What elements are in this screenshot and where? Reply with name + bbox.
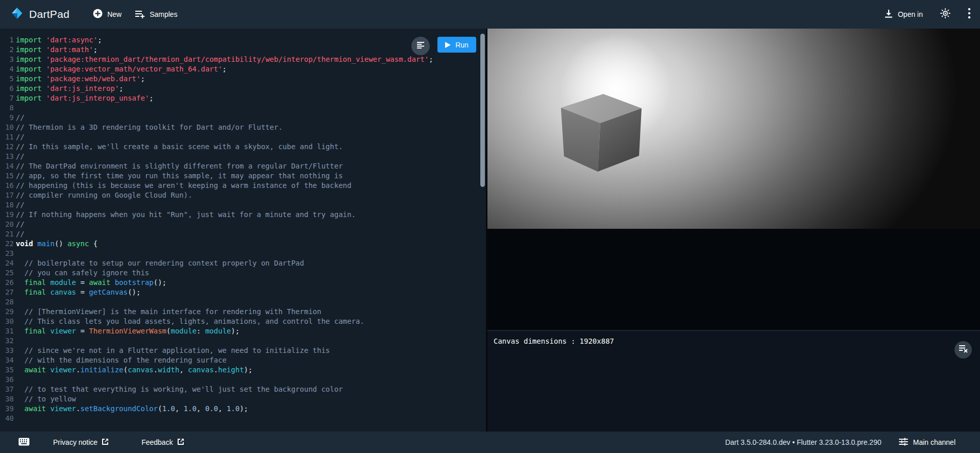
code-line[interactable]: 10// Thermion is a 3D rendering toolkit … <box>0 123 486 132</box>
code-line[interactable]: 40 <box>0 414 486 423</box>
render-canvas[interactable] <box>487 29 980 229</box>
line-number: 13 <box>0 152 14 161</box>
feedback-link[interactable]: Feedback <box>141 438 184 447</box>
code-line[interactable]: 7import 'dart:js_interop_unsafe'; <box>0 93 486 103</box>
overflow-menu-button[interactable] <box>968 8 971 21</box>
code-line[interactable]: 28 <box>0 297 486 307</box>
line-number: 31 <box>0 326 14 336</box>
line-number: 16 <box>0 181 14 190</box>
console-output: Canvas dimensions : 980x453 <box>494 337 614 345</box>
output-panel: Canvas dimensions : 980x453 <box>487 29 980 432</box>
code-line[interactable]: 8 <box>0 103 486 113</box>
line-number: 1 <box>0 35 14 45</box>
code-line[interactable]: 19// If nothing happens when you hit "Ru… <box>0 210 486 220</box>
line-number: 33 <box>0 346 14 355</box>
privacy-notice-label: Privacy notice <box>53 438 97 446</box>
line-number: 38 <box>0 394 14 404</box>
code-line[interactable]: 11// <box>0 132 486 142</box>
privacy-notice-link[interactable]: Privacy notice <box>53 438 109 447</box>
code-line[interactable]: 23 <box>0 249 486 258</box>
line-number: 3 <box>0 55 14 64</box>
code-line[interactable]: 25 // you can safely ignore this <box>0 268 486 278</box>
run-button[interactable]: Run <box>437 37 476 53</box>
code-line[interactable]: 4import 'package:vector_math/vector_math… <box>0 64 486 74</box>
theme-toggle-button[interactable] <box>940 8 950 20</box>
code-line[interactable]: 15// app, so the first time you run this… <box>0 171 486 181</box>
brightness-icon <box>940 8 950 20</box>
format-button[interactable] <box>411 37 430 55</box>
line-number: 20 <box>0 220 14 229</box>
keyboard-shortcuts-button[interactable] <box>18 438 30 447</box>
code-line[interactable]: 31 final viewer = ThermionViewerWasm(mod… <box>0 326 486 336</box>
play-icon <box>445 42 451 48</box>
code-line[interactable]: 14// The DartPad environment is slightly… <box>0 161 486 171</box>
open-in-button[interactable]: Open in <box>884 9 923 20</box>
code-line[interactable]: 34 // with the dimensions of the renderi… <box>0 355 486 365</box>
line-number: 5 <box>0 74 14 84</box>
run-button-label: Run <box>455 41 469 49</box>
feedback-label: Feedback <box>141 438 173 446</box>
code-lines: 1import 'dart:async';2import 'dart:math'… <box>0 35 486 423</box>
code-line[interactable]: 6import 'dart:js_interop'; <box>0 84 486 93</box>
editor-scrollbar-thumb[interactable] <box>480 34 485 187</box>
code-line[interactable]: 13// <box>0 152 486 161</box>
code-line[interactable]: 27 final canvas = getCanvas(); <box>0 288 486 297</box>
console-panel: Canvas dimensions : 980x453 <box>487 330 980 432</box>
code-editor[interactable]: 1import 'dart:async';2import 'dart:math'… <box>0 29 486 432</box>
code-line[interactable]: 5import 'package:web/web.dart'; <box>0 74 486 84</box>
line-number: 11 <box>0 132 14 142</box>
line-number: 4 <box>0 64 14 74</box>
line-number: 6 <box>0 84 14 93</box>
tune-icon <box>899 438 908 447</box>
download-icon <box>884 9 893 20</box>
code-line[interactable]: 9// <box>0 113 486 123</box>
line-number: 25 <box>0 268 14 278</box>
line-number: 21 <box>0 229 14 239</box>
code-line[interactable]: 17// compiler running on Google Cloud Ru… <box>0 190 486 200</box>
code-line[interactable]: 38 // to yellow <box>0 394 486 404</box>
line-number: 24 <box>0 258 14 268</box>
code-line[interactable]: 29 // [ThermionViewer] is the main inter… <box>0 307 486 317</box>
code-line[interactable]: 22void main() async { <box>0 239 486 249</box>
line-number: 40 <box>0 414 14 423</box>
code-line[interactable]: 16// happening (this is because we aren'… <box>0 181 486 190</box>
status-bar: Privacy notice Feedback Dart 3.5.0-284.0… <box>0 432 980 453</box>
external-link-icon <box>102 438 109 447</box>
line-number: 27 <box>0 288 14 297</box>
code-line[interactable]: 33 // since we're not in a Flutter appli… <box>0 346 486 355</box>
line-number: 39 <box>0 404 14 414</box>
line-number: 10 <box>0 123 14 132</box>
line-number: 19 <box>0 210 14 220</box>
external-link-icon <box>177 438 184 447</box>
playlist-add-icon <box>135 9 145 20</box>
line-number: 12 <box>0 142 14 152</box>
code-line[interactable]: 21// <box>0 229 486 239</box>
clear-console-button[interactable] <box>954 341 972 359</box>
code-line[interactable]: 18// <box>0 200 486 210</box>
line-number: 17 <box>0 190 14 200</box>
channel-label: Main channel <box>913 438 955 446</box>
line-number: 8 <box>0 103 14 113</box>
channel-selector[interactable]: Main channel <box>899 438 955 447</box>
line-number: 7 <box>0 93 14 103</box>
code-line[interactable]: 26 final module = await bootstrap(); <box>0 278 486 288</box>
format-align-icon <box>416 41 425 51</box>
line-number: 18 <box>0 200 14 210</box>
app-header: DartPad New Samples <box>0 0 980 29</box>
code-line[interactable]: 30 // This class lets you load assets, l… <box>0 317 486 326</box>
code-line[interactable]: 20// <box>0 220 486 229</box>
code-line[interactable]: 37 // to test that everything is working… <box>0 385 486 394</box>
main-area: 1import 'dart:async';2import 'dart:math'… <box>0 29 980 432</box>
code-line[interactable]: 32 <box>0 336 486 346</box>
line-number: 14 <box>0 161 14 171</box>
code-line[interactable]: 24 // boilerplate to setup our rendering… <box>0 258 486 268</box>
code-line[interactable]: 3import 'package:thermion_dart/thermion_… <box>0 55 486 64</box>
new-button[interactable]: New <box>93 9 121 20</box>
code-line[interactable]: 12// In this sample, we'll create a basi… <box>0 142 486 152</box>
sdk-version-text: Dart 3.5.0-284.0.dev • Flutter 3.23.0-13… <box>725 438 881 446</box>
code-line[interactable]: 35 await viewer.initialize(canvas.width,… <box>0 365 486 375</box>
code-line[interactable]: 36 <box>0 375 486 385</box>
clear-console-icon <box>959 345 968 355</box>
samples-button[interactable]: Samples <box>135 9 177 20</box>
code-line[interactable]: 39 await viewer.setBackgroundColor(1.0, … <box>0 404 486 414</box>
